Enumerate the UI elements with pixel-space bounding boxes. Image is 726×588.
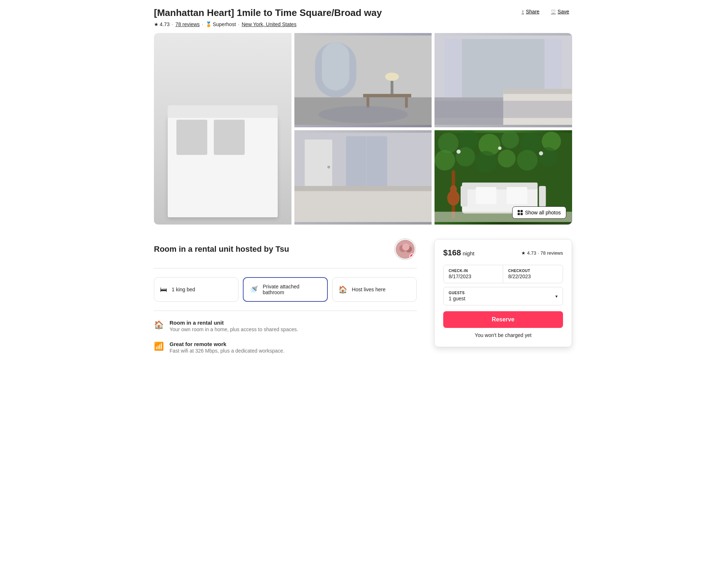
date-grid[interactable]: CHECK-IN 8/17/2023 CHECKOUT 8/22/2023 [443, 265, 563, 283]
bathroom-feature-badge: 🚿 Private attached bathroom [243, 277, 328, 302]
svg-point-30 [521, 133, 541, 153]
chevron-down-icon: ▾ [555, 294, 558, 299]
svg-rect-14 [544, 39, 562, 97]
guests-label: GUESTS [449, 291, 465, 295]
svg-point-35 [498, 149, 516, 167]
checkout-value: 8/22/2023 [508, 274, 558, 279]
avatar-online-indicator [409, 254, 415, 259]
svg-point-37 [538, 147, 558, 166]
checkin-label: CHECK-IN [449, 269, 498, 273]
feature-1-title: Room in a rental unit [170, 320, 298, 326]
grid-icon [518, 210, 523, 215]
photo-grid: Show all photos [154, 33, 572, 225]
svg-point-20 [327, 166, 330, 169]
star-icon: ★ [154, 21, 159, 27]
reserve-button[interactable]: Reserve [443, 311, 563, 328]
svg-rect-6 [363, 94, 411, 97]
svg-rect-8 [405, 97, 408, 107]
svg-rect-16 [503, 89, 572, 94]
features-row: 🛏 1 king bed 🚿 Private attached bathroom… [154, 277, 417, 311]
guests-value: 1 guest [449, 296, 465, 301]
svg-rect-44 [539, 186, 546, 207]
reviews-link[interactable]: 78 reviews [175, 21, 200, 27]
svg-point-54 [402, 243, 409, 251]
svg-rect-45 [476, 187, 497, 204]
bed-feature-badge: 🛏 1 king bed [154, 277, 238, 302]
svg-rect-43 [461, 186, 468, 207]
checkin-cell[interactable]: CHECK-IN 8/17/2023 [444, 265, 503, 283]
svg-point-36 [517, 150, 538, 170]
svg-point-49 [450, 185, 457, 194]
share-icon: ↑ [522, 9, 524, 15]
svg-point-32 [435, 150, 455, 170]
card-rating: ★ 4.73 · 78 reviews [521, 250, 563, 256]
svg-rect-3 [322, 42, 349, 91]
svg-point-9 [318, 106, 408, 123]
photo-main[interactable] [154, 33, 291, 225]
superhost-badge: 🏅 Superhost [205, 21, 236, 27]
share-button[interactable]: ↑ Share [519, 7, 542, 16]
svg-point-38 [457, 149, 461, 153]
no-charge-text: You won't be charged yet [443, 332, 563, 338]
house-icon: 🏠 [338, 285, 347, 294]
svg-rect-17 [435, 101, 572, 118]
photo-2[interactable] [294, 33, 432, 127]
price-display: $168 night [443, 248, 474, 258]
svg-point-29 [501, 131, 519, 148]
feature-item-2: 📶 Great for remote work Fast wifi at 326… [154, 341, 417, 354]
show-all-photos-button[interactable]: Show all photos [512, 206, 566, 219]
checkin-value: 8/17/2023 [449, 274, 498, 279]
svg-point-40 [539, 151, 543, 155]
svg-rect-13 [445, 39, 462, 97]
feature-2-title: Great for remote work [170, 341, 285, 347]
feature-2-desc: Fast wifi at 326 Mbps, plus a dedicated … [170, 348, 285, 354]
location-link[interactable]: New York, United States [242, 21, 297, 27]
host-lives-here-badge: 🏠 Host lives here [332, 277, 417, 302]
svg-rect-12 [445, 39, 562, 97]
svg-rect-46 [507, 187, 527, 204]
svg-rect-24 [294, 186, 432, 191]
feature-list: 🏠 Room in a rental unit Your own room in… [154, 320, 417, 354]
rating-display: ★ 4.73 [154, 21, 170, 27]
svg-point-26 [438, 133, 459, 153]
heart-icon: ♡ [551, 9, 556, 15]
host-avatar [395, 239, 415, 259]
guests-selector[interactable]: GUESTS 1 guest ▾ [443, 287, 563, 305]
svg-point-39 [498, 147, 501, 150]
photo-4[interactable] [294, 130, 432, 225]
card-star-icon: ★ [521, 250, 526, 256]
host-section: Room in a rental unit hosted by Tsu [154, 239, 417, 268]
checkout-label: CHECKOUT [508, 269, 558, 273]
listing-title: [Manhattan Heart] 1mile to Time Square/B… [154, 7, 382, 18]
checkout-cell[interactable]: CHECKOUT 8/22/2023 [503, 265, 563, 283]
bathroom-icon: 🚿 [249, 285, 258, 294]
svg-point-5 [385, 73, 399, 81]
svg-point-27 [459, 130, 478, 149]
feature-1-desc: Your own room in a home, plus access to … [170, 326, 298, 332]
svg-point-34 [475, 151, 497, 173]
bed-icon: 🛏 [160, 285, 167, 294]
wifi-icon: 📶 [154, 342, 164, 351]
host-title: Room in a rental unit hosted by Tsu [154, 244, 289, 254]
rental-icon: 🏠 [154, 320, 164, 330]
photo-3[interactable] [435, 33, 572, 127]
feature-item-1: 🏠 Room in a rental unit Your own room in… [154, 320, 417, 332]
superhost-icon: 🏅 [205, 21, 212, 27]
svg-rect-23 [294, 188, 432, 222]
save-button[interactable]: ♡ Save [548, 7, 572, 16]
booking-card: $168 night ★ 4.73 · 78 reviews CHECK-IN … [434, 239, 572, 347]
photo-5[interactable]: Show all photos [435, 130, 572, 225]
